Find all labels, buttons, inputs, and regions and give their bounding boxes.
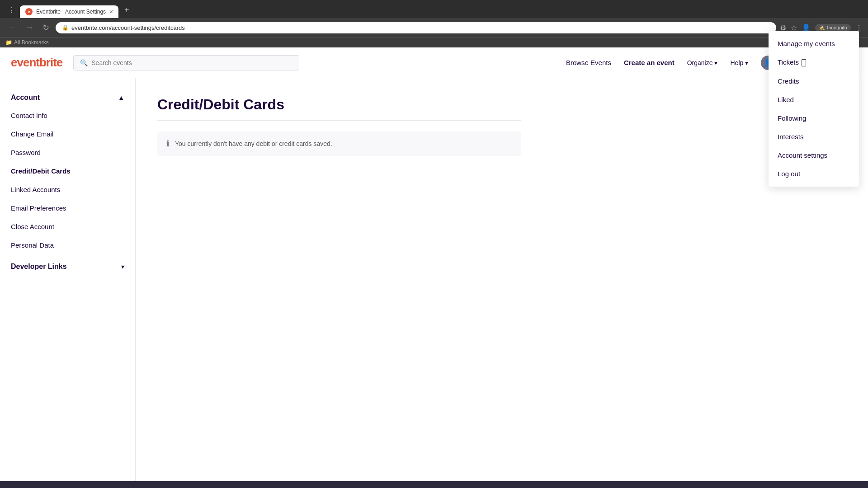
developer-section-header[interactable]: Developer Links ▾ [0,258,135,275]
account-section: Account ▲ Contact Info Change Email Pass… [0,89,135,254]
forward-button[interactable]: → [23,22,36,33]
sidebar-item-email-preferences[interactable]: Email Preferences [0,199,135,217]
dropdown-tickets[interactable]: Tickets [769,53,859,72]
tab-more[interactable]: ⋮ [5,4,18,16]
organize-chevron-icon: ▾ [714,59,717,66]
cursor-indicator [802,59,806,66]
back-button[interactable]: ← [5,22,19,33]
dropdown-credits[interactable]: Credits [769,72,859,90]
incognito-icon: 🕵 [819,25,825,31]
incognito-badge: 🕵 Incognito [815,24,851,32]
new-tab-button[interactable]: + [120,4,133,16]
sidebar-item-contact-info[interactable]: Contact Info [0,106,135,125]
lock-icon: 🔒 [62,24,69,31]
dropdown-liked[interactable]: Liked [769,90,859,109]
search-bar[interactable]: 🔍 [73,55,299,70]
sidebar-item-credit-debit-cards[interactable]: Credit/Debit Cards [0,162,135,180]
help-dropdown[interactable]: Help ▾ [730,59,748,66]
help-label: Help [730,59,743,66]
tab-favicon: e [25,8,33,15]
page-header: eventbrite 🔍 Browse Events Create an eve… [0,47,868,78]
sidebar-item-personal-data[interactable]: Personal Data [0,236,135,254]
tab-close-button[interactable]: × [109,8,113,15]
tab-title: Eventbrite - Account Settings [36,9,106,15]
developer-section-title: Developer Links [11,263,67,271]
browser-toolbar: ← → ↻ 🔒 eventbrite.com/account-settings/… [0,18,868,37]
developer-section: Developer Links ▾ [0,258,135,275]
bookmarks-bar: 📁 All Bookmarks [0,37,868,47]
account-section-chevron-icon: ▲ [118,94,124,101]
account-section-header[interactable]: Account ▲ [0,89,135,106]
page-title: Credit/Debit Cards [157,96,521,121]
sidebar-item-close-account[interactable]: Close Account [0,217,135,236]
sidebar-item-password[interactable]: Password [0,143,135,162]
search-input[interactable] [91,59,292,66]
address-text: eventbrite.com/account-settings/creditca… [71,24,770,31]
dropdown-log-out[interactable]: Log out [769,164,859,183]
search-icon: 🔍 [80,59,88,66]
empty-state-message: You currently don't have any debit or cr… [175,140,332,147]
organize-dropdown[interactable]: Organize ▾ [687,59,718,66]
dropdown-account-settings[interactable]: Account settings [769,146,859,164]
active-tab[interactable]: e Eventbrite - Account Settings × [20,5,118,18]
bookmarks-label[interactable]: All Bookmarks [14,39,49,46]
address-bar[interactable]: 🔒 eventbrite.com/account-settings/credit… [56,22,776,33]
sidebar-item-linked-accounts[interactable]: Linked Accounts [0,180,135,199]
organize-label: Organize [687,59,713,66]
dropdown-interests[interactable]: Interests [769,127,859,146]
bookmarks-folder-icon: 📁 [5,39,12,46]
user-dropdown-menu: Manage my events Tickets Credits Liked F… [769,31,859,187]
eventbrite-logo[interactable]: eventbrite [11,56,62,70]
developer-section-chevron-icon: ▾ [121,263,124,270]
account-section-title: Account [11,94,40,102]
sidebar-item-change-email[interactable]: Change Email [0,125,135,143]
sidebar: Account ▲ Contact Info Change Email Pass… [0,78,136,481]
dropdown-manage-events[interactable]: Manage my events [769,34,859,53]
help-chevron-icon: ▾ [745,59,748,66]
main-content: Credit/Debit Cards ℹ You currently don't… [136,78,542,481]
empty-state-box: ℹ You currently don't have any debit or … [157,131,521,156]
dropdown-following[interactable]: Following [769,109,859,127]
footer: © 2023 Eventbrite About· Blog· Help· Car… [0,481,868,488]
page-layout: Account ▲ Contact Info Change Email Pass… [0,78,868,481]
create-event-link[interactable]: Create an event [624,59,675,66]
browser-chrome: ⋮ e Eventbrite - Account Settings × + [0,0,868,18]
reload-button[interactable]: ↻ [40,22,52,33]
browse-events-link[interactable]: Browse Events [566,59,611,66]
info-icon: ℹ [166,139,170,149]
